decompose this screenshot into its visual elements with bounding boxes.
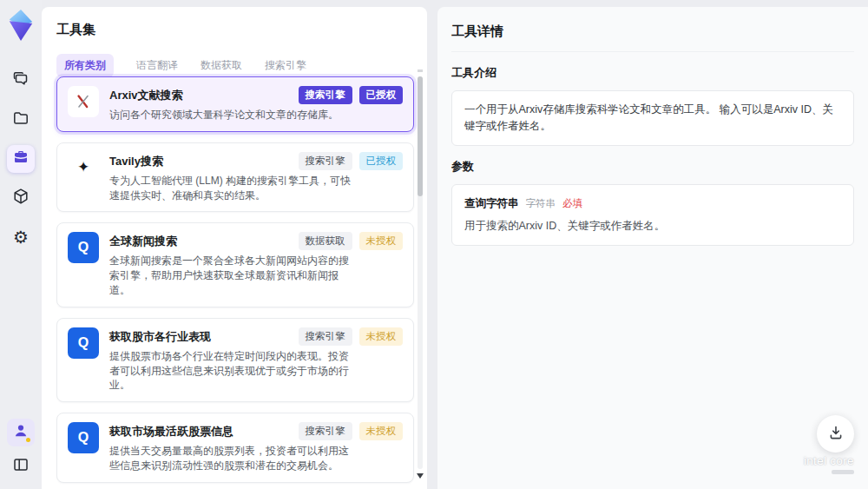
list-scrollbar[interactable] (418, 76, 423, 469)
toolbox-icon (12, 149, 30, 169)
gear-icon: ⚙ (13, 228, 29, 246)
sidebar-item-account[interactable] (7, 419, 35, 446)
chat-icon (12, 70, 30, 91)
intro-heading: 工具介绍 (451, 65, 854, 81)
sidebar-nav: ⚙ (7, 67, 35, 251)
sidebar-item-toolbox[interactable] (7, 145, 35, 173)
tool-category-badge: 搜索引擎 (299, 86, 352, 104)
tool-description: 提供股票市场各个行业在特定时间段内的表现。投资者可以利用这些信息来识别表现优于或… (109, 349, 352, 393)
tool-category-badge: 搜索引擎 (299, 152, 352, 170)
download-icon (827, 424, 845, 445)
tool-category-badge: 搜索引擎 (299, 422, 352, 440)
tool-description: 全球新闻搜索是一个聚合全球各大新闻网站内容的搜索引擎，帮助用户快速获取全球最新资… (109, 254, 352, 297)
intel-core-logo-sub (832, 470, 854, 474)
tool-status-badge: 未授权 (359, 422, 404, 440)
tool-status-badge: 未授权 (359, 232, 404, 250)
intro-box: 一个用于从Arxiv存储库搜索科学论文和文章的工具。 输入可以是Arxiv ID… (451, 90, 854, 146)
folder-icon (12, 109, 30, 130)
tab-translate[interactable]: 语言翻译 (136, 58, 178, 73)
param-type: 字符串 (526, 196, 556, 211)
detail-title: 工具详情 (451, 7, 854, 52)
sidebar-item-models[interactable] (7, 184, 35, 212)
panel-toggle-icon (12, 456, 30, 477)
sidebar-item-chat[interactable] (7, 67, 35, 95)
sidebar-bottom (0, 419, 42, 480)
q-news-icon: Q (68, 327, 99, 359)
cube-icon (12, 188, 30, 208)
sidebar-item-folder[interactable] (7, 106, 35, 134)
tool-status-badge: 已授权 (359, 152, 404, 170)
param-required-badge: 必填 (562, 196, 582, 211)
tool-title: 获取市场最活跃股票信息 (109, 422, 233, 439)
sidebar-item-settings[interactable]: ⚙ (7, 223, 35, 251)
scroll-down-arrow-icon[interactable] (417, 473, 424, 479)
app-logo-icon (6, 8, 36, 43)
tab-data-fetch[interactable]: 数据获取 (201, 58, 242, 73)
tab-all[interactable]: 所有类别 (56, 54, 114, 77)
tab-bar: 所有类别语言翻译数据获取搜索引擎 (56, 55, 427, 76)
tool-card[interactable]: Q 获取股市各行业表现 搜索引擎 未授权 提供股票市场各个行业在特定时间段内的表… (56, 318, 414, 402)
param-box: 查询字符串 字符串 必填 用于搜索的Arxiv ID、关键字或作者姓名。 (451, 184, 854, 247)
sparkle-icon: ✦ (68, 152, 99, 183)
tool-status-badge: 未授权 (359, 327, 404, 346)
sidebar-item-panel-toggle[interactable] (7, 453, 35, 480)
tool-detail-panel: 工具详情 工具介绍 一个用于从Arxiv存储库搜索科学论文和文章的工具。 输入可… (437, 7, 868, 489)
scrollbar-up-dash (418, 69, 423, 72)
param-description: 用于搜索的Arxiv ID、关键字或作者姓名。 (464, 218, 841, 235)
tool-category-badge: 数据获取 (299, 232, 352, 250)
tool-card[interactable]: ✦ Tavily搜索 搜索引擎 已授权 专为人工智能代理 (LLM) 构建的搜索… (56, 142, 414, 213)
arxiv-logo-icon (68, 86, 99, 117)
tool-card[interactable]: Q 全球新闻搜索 数据获取 未授权 全球新闻搜索是一个聚合全球各大新闻网站内容的… (56, 222, 414, 307)
tool-list: Arxiv文献搜索 搜索引擎 已授权 访问各个研究领域大量科学论文和文章的存储库… (56, 76, 414, 489)
tool-title: Arxiv文献搜索 (109, 86, 183, 103)
tool-description: 专为人工智能代理 (LLM) 构建的搜索引擎工具，可快速提供实时、准确和真实的结… (109, 174, 352, 203)
params-heading: 参数 (451, 159, 854, 175)
param-name: 查询字符串 (464, 195, 519, 212)
download-button[interactable] (817, 415, 854, 453)
q-news-icon: Q (68, 422, 99, 453)
tool-card[interactable]: Q 获取市场最活跃股票信息 搜索引擎 未授权 提供当天交易量最高的股票列表，投资… (56, 413, 414, 483)
tool-category-badge: 搜索引擎 (299, 327, 352, 346)
tool-title: 获取股市各行业表现 (109, 327, 211, 345)
q-news-icon: Q (68, 232, 99, 263)
tool-card[interactable]: Arxiv文献搜索 搜索引擎 已授权 访问各个研究领域大量科学论文和文章的存储库… (56, 76, 414, 132)
tool-title: Tavily搜索 (109, 152, 163, 169)
intel-core-logo: intel core (804, 454, 854, 467)
status-dot (26, 438, 30, 442)
tools-panel: 工具集 所有类别语言翻译数据获取搜索引擎 Arxiv文献搜索 搜索引擎 已授权 … (42, 7, 427, 489)
app-sidebar: ⚙ (0, 0, 42, 489)
tool-title: 全球新闻搜索 (109, 232, 177, 249)
tool-status-badge: 已授权 (359, 86, 404, 104)
tab-search-engine[interactable]: 搜索引擎 (265, 58, 306, 73)
page-title: 工具集 (56, 22, 427, 38)
scrollbar-thumb[interactable] (418, 76, 423, 196)
tool-description: 访问各个研究领域大量科学论文和文章的存储库。 (109, 108, 352, 122)
tool-description: 提供当天交易量最高的股票列表，投资者可以利用这些信息来识别流动性强的股票和潜在的… (109, 444, 352, 473)
